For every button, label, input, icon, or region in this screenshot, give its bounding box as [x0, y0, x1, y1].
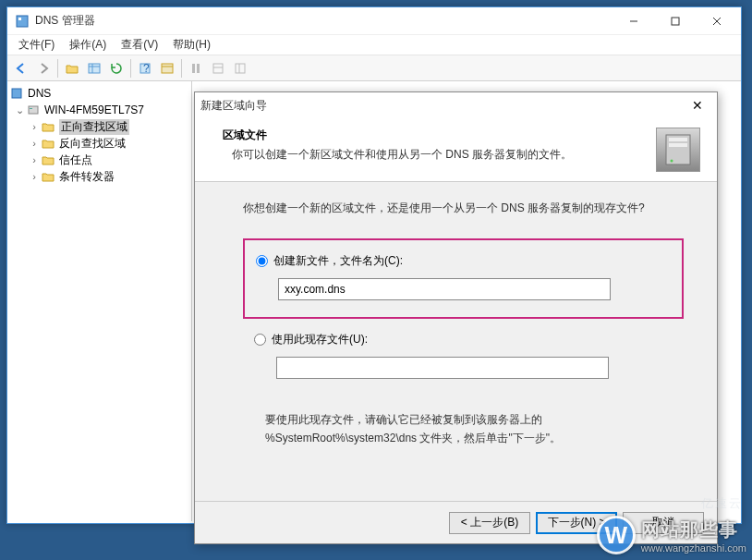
svg-rect-14 — [197, 64, 200, 73]
radio-create-new[interactable]: 创建新文件，文件名为(C): — [256, 253, 667, 269]
menu-help[interactable]: 帮助(H) — [167, 35, 216, 55]
server-icon — [26, 103, 41, 117]
svg-rect-13 — [192, 64, 195, 73]
tree-trust-points[interactable]: › 信任点 — [9, 152, 189, 168]
wizard-body: 你想创建一个新的区域文件，还是使用一个从另一个 DNS 服务器复制的现存文件? … — [195, 182, 717, 457]
menu-action[interactable]: 操作(A) — [64, 35, 112, 55]
column-icon-2[interactable] — [208, 58, 228, 79]
maximize-button[interactable] — [654, 8, 696, 34]
menu-file[interactable]: 文件(F) — [13, 35, 60, 55]
back-icon[interactable] — [11, 58, 31, 79]
close-button[interactable] — [696, 8, 737, 34]
dns-icon — [9, 86, 24, 101]
help-icon[interactable]: ? — [135, 58, 155, 79]
svg-rect-17 — [236, 64, 245, 73]
folder-icon — [41, 119, 55, 134]
menubar: 文件(F) 操作(A) 查看(V) 帮助(H) — [7, 35, 741, 55]
watermark-url: www.wangzhanshi.com — [641, 542, 746, 554]
folder-icon — [41, 136, 55, 151]
tree-conditional-forwarders[interactable]: › 条件转发器 — [9, 168, 189, 185]
svg-text:?: ? — [143, 62, 150, 75]
expand-icon[interactable]: › — [28, 121, 41, 132]
radio-create-new-input[interactable] — [256, 255, 268, 267]
svg-rect-20 — [29, 106, 38, 114]
wizard-close-button[interactable]: ✕ — [684, 98, 711, 113]
option-create-highlight: 创建新文件，文件名为(C): — [243, 238, 684, 319]
radio-use-existing-input[interactable] — [254, 334, 266, 346]
svg-rect-11 — [162, 64, 173, 73]
svg-rect-6 — [89, 64, 100, 73]
tree-reverse-zones[interactable]: › 反向查找区域 — [9, 135, 189, 152]
radio-create-new-label: 创建新文件，文件名为(C): — [273, 253, 403, 269]
tree-pane: DNS ⌄ WIN-4FM59ETL7S7 › 正向查找区域 › 反向查找区域 … — [7, 81, 192, 521]
list-view-icon[interactable] — [84, 58, 104, 79]
wizard-title: 新建区域向导 — [200, 98, 684, 114]
column-icon-1[interactable] — [186, 58, 206, 79]
minimize-button[interactable] — [613, 8, 654, 34]
svg-rect-23 — [669, 138, 687, 141]
existing-file-input — [276, 357, 609, 379]
svg-rect-15 — [213, 64, 223, 73]
wizard-header: 区域文件 你可以创建一个新区域文件和使用从另一个 DNS 服务器复制的文件。 — [195, 118, 717, 182]
wizard-prompt: 你想创建一个新的区域文件，还是使用一个从另一个 DNS 服务器复制的现存文件? — [243, 201, 684, 216]
svg-rect-1 — [18, 18, 21, 20]
folder-open-icon[interactable] — [62, 58, 82, 79]
tree-server[interactable]: ⌄ WIN-4FM59ETL7S7 — [9, 102, 189, 118]
radio-use-existing[interactable]: 使用此现存文件(U): — [243, 332, 684, 347]
watermark-sub: 亿速云 — [701, 495, 743, 512]
svg-rect-0 — [17, 16, 28, 27]
expand-icon[interactable]: › — [28, 171, 41, 182]
window-title: DNS 管理器 — [35, 13, 613, 29]
wizard-subheading: 你可以创建一个新区域文件和使用从另一个 DNS 服务器复制的文件。 — [223, 147, 656, 163]
collapse-icon[interactable]: ⌄ — [13, 104, 26, 116]
svg-rect-21 — [30, 108, 32, 109]
svg-rect-3 — [672, 18, 679, 25]
watermark-text: 网站那些事 — [641, 517, 746, 542]
watermark: W 网站那些事 www.wangzhanshi.com — [597, 516, 746, 554]
wizard-heading: 区域文件 — [223, 128, 656, 143]
tree-root-dns[interactable]: DNS — [9, 85, 189, 102]
tree-forward-zones[interactable]: › 正向查找区域 — [9, 118, 189, 135]
expand-icon[interactable]: › — [28, 154, 41, 165]
folder-icon — [41, 152, 55, 167]
column-icon-3[interactable] — [230, 58, 250, 79]
app-icon — [15, 14, 30, 29]
refresh-icon[interactable] — [106, 58, 127, 79]
wizard-titlebar: 新建区域向导 ✕ — [195, 92, 717, 118]
forward-icon[interactable] — [33, 58, 54, 79]
svg-rect-19 — [12, 89, 21, 98]
svg-point-25 — [671, 160, 673, 163]
titlebar: DNS 管理器 — [7, 7, 741, 35]
filename-input[interactable] — [278, 278, 611, 300]
toolbar: ? — [7, 55, 741, 81]
menu-view[interactable]: 查看(V) — [115, 35, 164, 55]
new-zone-wizard: 新建区域向导 ✕ 区域文件 你可以创建一个新区域文件和使用从另一个 DNS 服务… — [194, 91, 718, 544]
wizard-note: 要使用此现存文件，请确认它已经被复制到该服务器上的 %SystemRoot%\s… — [265, 410, 684, 448]
radio-use-existing-label: 使用此现存文件(U): — [272, 332, 368, 347]
svg-rect-24 — [669, 143, 687, 147]
expand-icon[interactable]: › — [28, 138, 41, 149]
properties-icon[interactable] — [157, 58, 177, 79]
folder-icon — [41, 169, 55, 184]
back-button[interactable]: < 上一步(B) — [449, 512, 530, 534]
watermark-badge: W — [597, 516, 636, 554]
server-image-icon — [656, 128, 700, 172]
